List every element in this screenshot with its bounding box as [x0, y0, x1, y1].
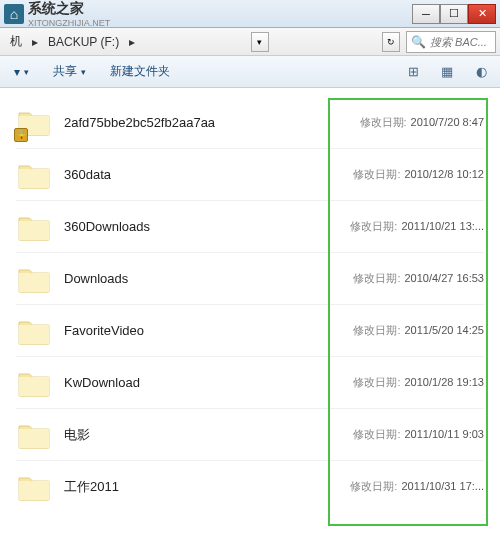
logo-area: ⌂ 系统之家 XITONGZHIJIA.NET: [4, 0, 110, 28]
date-value: 2011/10/31 17:...: [401, 480, 484, 492]
toolbar: ▾ 共享 新建文件夹 ⊞ ▦ ◐: [0, 56, 500, 88]
view-tiles-icon[interactable]: ⊞: [402, 61, 424, 83]
folder-icon: [16, 261, 52, 297]
date-value: 2010/4/27 16:53: [404, 272, 484, 284]
organize-menu[interactable]: ▾: [8, 61, 35, 83]
window-controls: ─ ☐ ✕: [412, 4, 496, 24]
date-label: 修改日期:: [353, 167, 400, 182]
date-label: 修改日期:: [353, 271, 400, 286]
date-value: 2011/10/11 9:03: [404, 428, 484, 440]
new-folder-button[interactable]: 新建文件夹: [104, 59, 176, 84]
date-label: 修改日期:: [350, 479, 397, 494]
file-row[interactable]: Downloads修改日期:2010/4/27 16:53: [16, 252, 484, 304]
address-bar: 机 ▸ BACKUP (F:) ▸ ▾ ↻ 🔍: [0, 28, 500, 56]
file-row[interactable]: 360Downloads修改日期:2011/10/21 13:...: [16, 200, 484, 252]
minimize-button[interactable]: ─: [412, 4, 440, 24]
folder-icon: [16, 469, 52, 505]
folder-icon: [16, 365, 52, 401]
file-row[interactable]: FavoriteVideo修改日期:2011/5/20 14:25: [16, 304, 484, 356]
help-icon[interactable]: ◐: [470, 61, 492, 83]
file-row[interactable]: 电影修改日期:2011/10/11 9:03: [16, 408, 484, 460]
file-date-area: 修改日期:2010/7/20 8:47: [360, 115, 484, 130]
date-value: 2010/7/20 8:47: [411, 116, 484, 128]
file-row[interactable]: 360data修改日期:2010/12/8 10:12: [16, 148, 484, 200]
breadcrumb-segment[interactable]: 机: [4, 31, 28, 52]
folder-icon: [16, 313, 52, 349]
date-value: 2011/5/20 14:25: [404, 324, 484, 336]
date-label: 修改日期:: [353, 323, 400, 338]
address-dropdown[interactable]: ▾: [251, 32, 269, 52]
file-name: FavoriteVideo: [64, 323, 353, 338]
file-date-area: 修改日期:2011/10/11 9:03: [353, 427, 484, 442]
file-date-area: 修改日期:2011/10/21 13:...: [350, 219, 484, 234]
file-name: Downloads: [64, 271, 353, 286]
maximize-button[interactable]: ☐: [440, 4, 468, 24]
search-icon: 🔍: [411, 35, 426, 49]
file-row[interactable]: 🔒2afd75bbe2bc52fb2aa7aa修改日期:2010/7/20 8:…: [16, 96, 484, 148]
breadcrumb-segment[interactable]: BACKUP (F:): [42, 33, 125, 51]
file-date-area: 修改日期:2011/5/20 14:25: [353, 323, 484, 338]
lock-icon: 🔒: [14, 128, 28, 142]
logo-subtitle: XITONGZHIJIA.NET: [28, 18, 110, 28]
chevron-right-icon[interactable]: ▸: [127, 35, 137, 49]
date-value: 2010/1/28 19:13: [404, 376, 484, 388]
file-row[interactable]: 工作2011修改日期:2011/10/31 17:...: [16, 460, 484, 512]
date-label: 修改日期:: [350, 219, 397, 234]
search-box[interactable]: 🔍: [406, 31, 496, 53]
view-details-icon[interactable]: ▦: [436, 61, 458, 83]
close-button[interactable]: ✕: [468, 4, 496, 24]
share-menu[interactable]: 共享: [47, 59, 92, 84]
file-date-area: 修改日期:2010/12/8 10:12: [353, 167, 484, 182]
date-value: 2010/12/8 10:12: [404, 168, 484, 180]
folder-icon: [16, 157, 52, 193]
file-name: 工作2011: [64, 478, 350, 496]
folder-icon: 🔒: [16, 104, 52, 140]
date-label: 修改日期:: [353, 427, 400, 442]
chevron-right-icon[interactable]: ▸: [30, 35, 40, 49]
date-label: 修改日期:: [353, 375, 400, 390]
file-date-area: 修改日期:2010/1/28 19:13: [353, 375, 484, 390]
folder-icon: [16, 209, 52, 245]
file-date-area: 修改日期:2011/10/31 17:...: [350, 479, 484, 494]
home-icon: ⌂: [4, 4, 24, 24]
file-name: 360Downloads: [64, 219, 350, 234]
file-date-area: 修改日期:2010/4/27 16:53: [353, 271, 484, 286]
search-input[interactable]: [430, 36, 491, 48]
refresh-button[interactable]: ↻: [382, 32, 400, 52]
date-label: 修改日期:: [360, 115, 407, 130]
folder-icon: [16, 417, 52, 453]
file-row[interactable]: KwDownload修改日期:2010/1/28 19:13: [16, 356, 484, 408]
logo-text: 系统之家: [28, 0, 110, 18]
date-value: 2011/10/21 13:...: [401, 220, 484, 232]
file-name: 360data: [64, 167, 353, 182]
file-name: 电影: [64, 426, 353, 444]
file-list: 🔒2afd75bbe2bc52fb2aa7aa修改日期:2010/7/20 8:…: [0, 88, 500, 520]
file-name: KwDownload: [64, 375, 353, 390]
file-name: 2afd75bbe2bc52fb2aa7aa: [64, 115, 360, 130]
window-titlebar: ⌂ 系统之家 XITONGZHIJIA.NET ─ ☐ ✕: [0, 0, 500, 28]
